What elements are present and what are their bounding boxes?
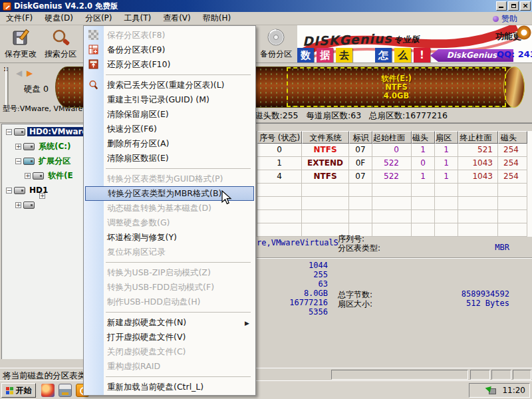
menu-separator <box>84 374 255 380</box>
tree-item[interactable]: −扩展分区 <box>2 154 85 168</box>
ad-qq-text: QQ: 243 <box>497 49 532 59</box>
menu-item[interactable]: 删除所有分区(A) <box>84 136 255 151</box>
expander-icon[interactable]: + <box>25 173 31 179</box>
restore-table-icon <box>88 59 99 70</box>
menu-item-label: 打开虚拟硬盘文件(V) <box>107 332 186 342</box>
quicklaunch-printer-icon[interactable] <box>59 384 72 397</box>
menu-item-label: 重新加载当前硬盘(Ctrl_L) <box>107 382 203 392</box>
ad-tile: 据 <box>317 48 333 63</box>
menubar-item-2[interactable]: 分区(P) <box>79 11 118 25</box>
sector-size-value: 512 Bytes <box>399 299 509 308</box>
menu-item-label: 调整硬盘参数(G) <box>107 217 170 227</box>
search-icon <box>51 28 70 48</box>
menu-item[interactable]: 还原分区表(F10) <box>84 57 255 72</box>
menu-item[interactable]: 转换为USB-FDD启动模式(F) <box>84 280 255 295</box>
menu-item[interactable]: 清除扇区数据(E) <box>84 151 255 166</box>
start-button[interactable]: 开始 <box>1 383 36 398</box>
ad-tile: 么 <box>394 48 411 63</box>
menu-item[interactable]: 重建主引导记录(GUID) (M) <box>84 92 255 107</box>
menu-item[interactable]: 清除保留扇区(E) <box>84 107 255 122</box>
menu-item[interactable]: 复位坏扇区记录 <box>84 245 255 259</box>
menu-item[interactable]: 备份分区表(F9) <box>84 43 255 57</box>
panel-splitter[interactable] <box>5 67 9 106</box>
detail-value: 8.0GB <box>257 289 328 298</box>
backup-partition-label: 备份分区 <box>260 49 292 60</box>
partition-segment[interactable]: 软件(E:) NTFS 4.0GB <box>287 67 506 107</box>
menubar-item-4[interactable]: 查看(V) <box>157 11 197 25</box>
titlebar: DiskGenius V4.2.0 免费版 × <box>0 0 532 12</box>
menu-item-label: 保存分区表(F8) <box>107 30 165 40</box>
menu-item[interactable]: 关闭虚拟硬盘文件(C) <box>84 344 255 359</box>
total-bytes-value: 8589934592 <box>399 289 509 299</box>
minimize-button[interactable] <box>496 1 507 11</box>
search-partition-label: 搜索分区 <box>45 49 76 60</box>
menu-item-label: 转换为USB-FDD启动模式(F) <box>107 282 214 292</box>
ad-tile: 怎 <box>375 48 392 63</box>
cylinder-end-cap <box>503 66 525 108</box>
ad-tile: 数 <box>297 48 314 63</box>
menu-item[interactable]: 保存分区表(F8) <box>84 28 255 43</box>
nav-forward-icon[interactable]: ▶ <box>27 68 33 78</box>
restore-button[interactable] <box>508 1 519 11</box>
menu-item-label: 制作USB-HDD启动盘(H) <box>107 297 200 307</box>
menu-item-label: 搜索已丢失分区(重建分区表)(L) <box>107 80 224 90</box>
expander-icon[interactable]: − <box>6 188 12 194</box>
partition-table-type-value: MBR <box>399 243 509 252</box>
sector-size-label: 扇区大小: <box>338 299 372 310</box>
expander-icon[interactable]: − <box>15 158 21 164</box>
quicklaunch-icon-1[interactable] <box>41 384 55 397</box>
detail-value: 63 <box>257 279 328 289</box>
statusbar: 将当前磁盘的分区表类 <box>0 368 532 380</box>
menu-item[interactable]: 打开虚拟硬盘文件(V) <box>84 330 255 344</box>
nav-back-icon[interactable]: ◀ <box>16 68 22 78</box>
menubar-item-3[interactable]: 工具(T) <box>118 11 157 25</box>
save-changes-button[interactable]: 保存更改 <box>1 27 40 61</box>
menu-item[interactable]: 转换为USB-ZIP启动模式(Z) <box>84 265 255 280</box>
safely-remove-icon[interactable] <box>486 386 497 395</box>
menu-item[interactable]: 搜索已丢失分区(重建分区表)(L) <box>84 78 255 92</box>
drive-icon <box>14 187 25 194</box>
menubar-item-5[interactable]: 帮助(H) <box>197 11 237 25</box>
sponsor-link[interactable]: 赞助 <box>493 13 517 25</box>
ad-tile: ! <box>414 48 430 63</box>
expander-icon[interactable]: + <box>39 193 45 199</box>
expander-icon[interactable]: + <box>15 202 21 208</box>
sponsor-label: 赞助 <box>501 13 517 25</box>
menubar-item-0[interactable]: 文件(F) <box>0 11 39 25</box>
drive-icon <box>23 143 35 150</box>
status-panel <box>470 370 490 380</box>
window-title: DiskGenius V4.2.0 免费版 <box>14 1 495 11</box>
ad-banner[interactable]: DISKGenius专业版 数据去怎么! DiskGenius 功能更 QQ: … <box>297 25 532 63</box>
menu-item[interactable]: 新建虚拟硬盘文件(N)▶ <box>84 315 255 330</box>
expander-icon[interactable]: + <box>15 144 21 150</box>
search-partition-button[interactable]: 搜索分区 <box>41 27 80 61</box>
menu-item[interactable]: 坏道检测与修复(Y) <box>84 230 255 245</box>
mouse-cursor <box>221 190 233 205</box>
close-button[interactable]: × <box>520 1 531 11</box>
tree-item[interactable]: + <box>2 198 85 212</box>
disk-header: x ◀ ▶ 硬盘 0 型号:VMware, VMwareV 软件(E:) NTF… <box>0 63 532 123</box>
backup-partition-button[interactable]: 备份分区 <box>257 27 295 61</box>
menu-item-label: 转换分区表类型为MBR格式(B) <box>108 188 221 198</box>
tree-item-label: 软件(E <box>46 170 75 182</box>
menu-item-label: 重建主引导记录(GUID) (M) <box>107 94 209 104</box>
menu-item[interactable]: 制作USB-HDD启动盘(H) <box>84 295 255 309</box>
expander-icon[interactable]: − <box>6 129 12 135</box>
tree-item[interactable]: +系统(C:) <box>2 139 85 154</box>
menu-item[interactable]: 转换分区表类型为GUID格式(P) <box>84 172 255 186</box>
menu-item[interactable]: 重构虚拟RAID <box>84 359 255 374</box>
menu-item-label: 新建虚拟硬盘文件(N) <box>107 317 186 327</box>
tree-item[interactable]: −HD0:VMware, <box>2 124 85 139</box>
screen: DiskGenius V4.2.0 免费版 × 文件(F)硬盘(D)分区(P)工… <box>0 0 532 399</box>
menu-item[interactable]: 调整硬盘参数(G) <box>84 215 255 230</box>
details-separator <box>257 257 532 259</box>
partition-tree: −HD0:VMware,+系统(C:)−扩展分区+软件(E−HD1++ <box>1 124 86 359</box>
backup-table-icon <box>88 45 99 55</box>
menu-item[interactable]: 重新加载当前硬盘(Ctrl_L) <box>84 380 255 394</box>
menubar-item-1[interactable]: 硬盘(D) <box>39 11 79 25</box>
app-icon <box>3 2 11 11</box>
segment-partition-size: 4.0GB <box>384 92 410 100</box>
menubar: 文件(F)硬盘(D)分区(P)工具(T)查看(V)帮助(H) 赞助 <box>0 12 532 25</box>
tree-item[interactable]: +软件(E <box>2 168 85 183</box>
menu-item[interactable]: 快速分区(F6) <box>84 122 255 136</box>
